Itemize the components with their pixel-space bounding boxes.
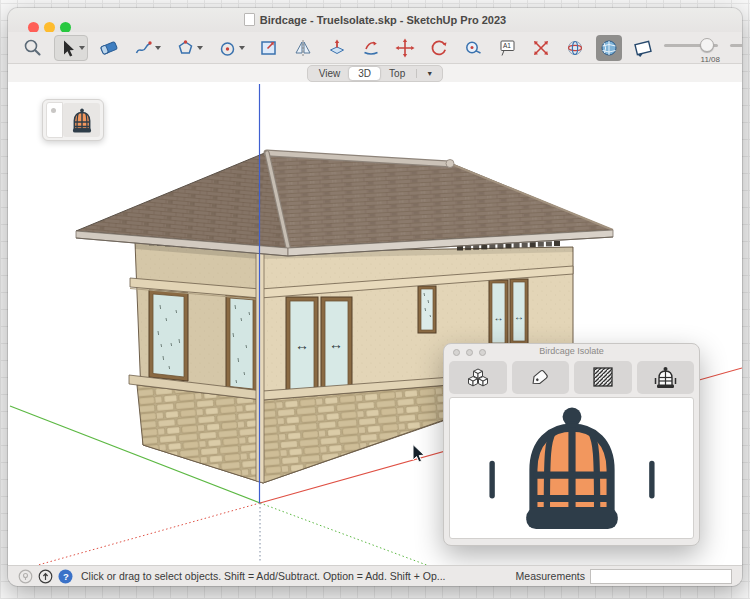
rotate-icon — [428, 37, 450, 59]
text-tool-button[interactable]: A1 — [494, 35, 520, 61]
birdcage-button[interactable] — [637, 361, 695, 394]
svg-text:↔: ↔ — [329, 336, 343, 352]
stone-base-left — [137, 385, 263, 483]
select-tool-button[interactable] — [54, 35, 88, 61]
tab-3d[interactable]: 3D — [349, 67, 380, 80]
window-far-2: ↔ — [510, 279, 528, 344]
shape-tool-button[interactable] — [172, 35, 206, 61]
freehand-icon — [133, 38, 153, 58]
sliding-door-right: ↔ — [321, 297, 352, 394]
true-isolate-icon — [599, 38, 619, 58]
window-title-wrap: Birdcage - TrueIsolate.skp - SketchUp Pr… — [8, 13, 742, 26]
toolbar: A1 11/08 01:30 PM » — [8, 32, 742, 64]
flip-tool-button[interactable] — [290, 35, 316, 61]
circle-icon — [217, 38, 237, 58]
tab-top[interactable]: Top — [380, 67, 414, 80]
flip-icon — [292, 37, 314, 59]
tag-button[interactable] — [512, 361, 570, 394]
followme-tool-button[interactable] — [358, 35, 384, 61]
title-bar: Birdcage - TrueIsolate.skp - SketchUp Pr… — [8, 8, 742, 32]
window-left-1 — [149, 290, 188, 381]
drag-handle[interactable] — [46, 102, 63, 138]
shadow-date-label: 11/08 — [701, 55, 720, 64]
hatch-icon — [591, 366, 615, 389]
measurements-input[interactable] — [590, 569, 732, 584]
rotate-tool-button[interactable] — [426, 35, 452, 61]
magnifier-icon — [22, 37, 44, 59]
eraser-tool-button[interactable] — [96, 35, 122, 61]
polygon-icon — [175, 38, 195, 58]
move-tool-button[interactable] — [392, 35, 418, 61]
eraser-icon — [98, 37, 120, 59]
hatch-button[interactable] — [574, 361, 632, 394]
document-icon — [244, 13, 255, 26]
chevron-down-icon — [197, 46, 203, 53]
components-icon — [465, 366, 491, 390]
svg-text:↔: ↔ — [514, 311, 524, 322]
viewport[interactable]: ↔ ↔ ↔ — [8, 82, 742, 565]
view-tab-strip: View 3D Top ▼ — [8, 64, 742, 83]
window-small — [418, 286, 436, 333]
svg-text:↔: ↔ — [295, 337, 309, 353]
circle-tool-button[interactable] — [214, 35, 248, 61]
chevron-down-icon — [79, 46, 85, 53]
section-plane-button[interactable] — [630, 35, 656, 61]
trueisolate-plugin-button[interactable] — [596, 35, 622, 61]
instructor-button[interactable] — [38, 569, 53, 584]
window-title: Birdcage - TrueIsolate.skp - SketchUp Pr… — [260, 14, 506, 26]
scale-tool-button[interactable] — [528, 35, 554, 61]
panel-button-row — [449, 361, 694, 394]
geolocation-button[interactable] — [18, 569, 33, 584]
birdcage-isolate-panel: Birdcage Isolate — [443, 343, 700, 546]
components-button[interactable] — [449, 361, 507, 394]
shadow-time-slider[interactable]: 01:30 PM — [730, 34, 742, 62]
slider-thumb[interactable] — [700, 38, 714, 52]
svg-text:A1: A1 — [503, 42, 511, 49]
view-segmented-control: View 3D Top ▼ — [307, 65, 443, 82]
side-dash-right — [649, 461, 654, 499]
instructor-icon — [38, 569, 53, 584]
axis-green-dashed — [260, 503, 432, 565]
follow-me-icon — [360, 37, 382, 59]
panel-title: Birdcage Isolate — [539, 346, 604, 356]
sliding-door-left: ↔ — [286, 297, 318, 395]
tab-divider — [416, 69, 417, 78]
window-far-1: ↔ — [489, 280, 508, 346]
svg-text:?: ? — [63, 571, 69, 582]
pushpull-tool-button[interactable] — [324, 35, 350, 61]
help-button[interactable]: ? — [58, 569, 73, 584]
zoom-tool-button[interactable] — [20, 35, 46, 61]
rectangle-icon — [258, 37, 280, 59]
help-icon: ? — [58, 569, 73, 584]
tag-icon — [527, 366, 553, 389]
select-arrow-icon — [57, 38, 77, 58]
orbit-icon — [564, 37, 586, 59]
tab-view[interactable]: View — [310, 67, 350, 80]
slider-track — [730, 44, 742, 47]
birdcage-icon — [652, 366, 679, 390]
status-message: Click or drag to select objects. Shift =… — [81, 570, 446, 582]
panel-close-button[interactable] — [453, 349, 460, 356]
chevron-down-icon — [239, 46, 245, 53]
rectangle-tool-button[interactable] — [256, 35, 282, 61]
panel-preview — [449, 397, 694, 539]
panel-zoom-button[interactable] — [479, 349, 486, 356]
ridge-end-cap — [446, 160, 454, 168]
axis-red-dashed — [38, 503, 260, 565]
tab-dropdown[interactable]: ▼ — [419, 70, 440, 77]
scale-icon — [530, 37, 552, 59]
orbit-tool-button[interactable] — [562, 35, 588, 61]
shadow-date-slider[interactable]: 11/08 — [664, 34, 722, 62]
move-icon — [394, 37, 416, 59]
window-left-2 — [226, 294, 257, 393]
panel-minimize-button[interactable] — [466, 349, 473, 356]
svg-text:↔: ↔ — [494, 312, 504, 323]
birdcage-widget-button[interactable] — [63, 103, 100, 137]
panel-title-bar: Birdcage Isolate — [444, 344, 699, 359]
side-dash-left — [489, 461, 494, 499]
handle-dot-icon — [51, 108, 56, 113]
text-label-icon: A1 — [496, 37, 518, 59]
birdcage-icon — [68, 107, 96, 134]
freehand-tool-button[interactable] — [130, 35, 164, 61]
tape-measure-button[interactable] — [460, 35, 486, 61]
